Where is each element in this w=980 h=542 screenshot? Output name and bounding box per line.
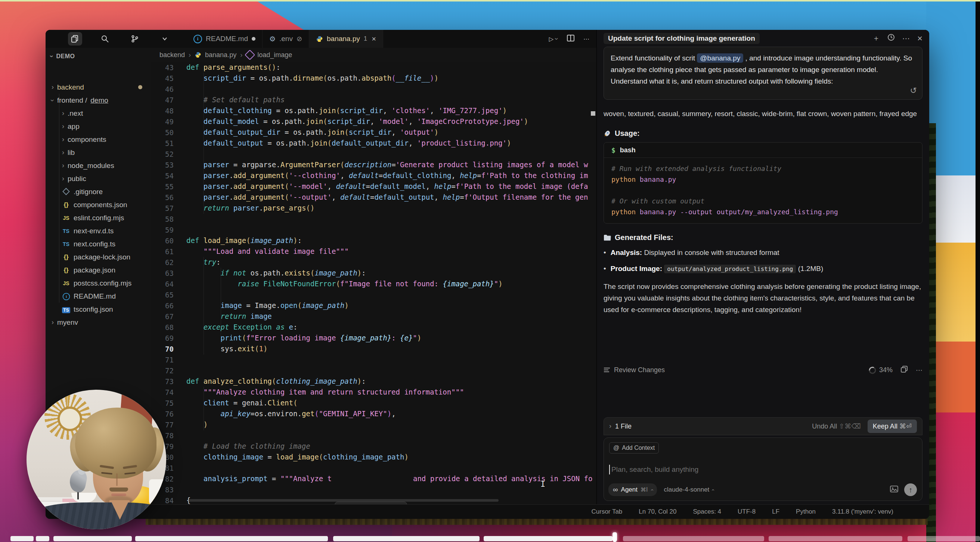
code-editor[interactable]: 43def parse_arguments():45 script_dir = … [151, 62, 597, 505]
status-item-python[interactable]: Python [796, 508, 816, 515]
chapter-segment[interactable] [333, 536, 480, 541]
sidebar-item-.gitignore[interactable]: .gitignore [46, 185, 168, 198]
agent-mode-selector[interactable]: ∞ Agent ⌘I › [608, 483, 657, 496]
code-line-79[interactable]: 79 # Load the clothing image [151, 441, 597, 452]
source-control-icon[interactable] [128, 32, 142, 46]
model-selector[interactable]: claude-4-sonnet › [663, 486, 713, 493]
code-line-54[interactable]: 54 parser.add_argument('--clothing', def… [151, 170, 597, 181]
playhead[interactable] [612, 532, 617, 542]
code-line-53[interactable]: 53 parser = argparse.ArgumentParser(desc… [151, 159, 597, 170]
code-line-66[interactable]: 66 image = Image.open(image_path) [151, 300, 597, 311]
file-mention-chip[interactable]: @banana.py [697, 53, 743, 63]
code-line-80[interactable]: 80 clothing_image = load_image(clothing_… [151, 452, 597, 463]
code-line-72[interactable]: 72 [151, 365, 597, 376]
code-line-43[interactable]: 43def parse_arguments(): [151, 62, 597, 73]
chapter-segment[interactable] [36, 536, 49, 541]
breadcrumb[interactable]: backend › banana.py › load_image [151, 48, 597, 62]
chapter-segment[interactable] [135, 536, 328, 541]
panel-close-icon[interactable]: × [917, 33, 923, 44]
chapter-segment[interactable] [10, 536, 33, 541]
code-line-63[interactable]: 63 if not os.path.exists(image_path): [151, 268, 597, 278]
sidebar-item-myenv[interactable]: ›myenv [46, 316, 157, 329]
breadcrumb-backend[interactable]: backend [159, 51, 185, 59]
panel-more-icon[interactable]: ⋯ [902, 34, 910, 43]
run-chevron-icon[interactable]: › [554, 38, 560, 40]
changed-files-bar[interactable]: › 1 File Undo All ⇧⌘⌫ Keep All ⌘⏎ [603, 417, 923, 435]
breadcrumb-symbol[interactable]: load_image [257, 51, 292, 59]
sidebar-item-.next[interactable]: ›.next [46, 107, 168, 120]
code-line-47[interactable]: 47 # Set default paths [151, 94, 597, 105]
sidebar-item-public[interactable]: ›public [46, 172, 168, 185]
chapter-segment-dim[interactable] [768, 536, 902, 541]
restore-checkpoint-icon[interactable]: ↺ [910, 85, 917, 96]
sidebar-item-backend[interactable]: ›backend [46, 81, 157, 94]
split-editor-icon[interactable] [567, 34, 574, 43]
sidebar-item-eslint.config.mjs[interactable]: JSeslint.config.mjs [46, 211, 168, 224]
code-line-69[interactable]: 69 print(f"Error loading image {image_pa… [151, 332, 597, 343]
search-icon[interactable] [98, 32, 112, 46]
sidebar-item-next.config.ts[interactable]: TSnext.config.ts [46, 237, 168, 251]
status-item-ln[interactable]: Ln 70, Col 20 [639, 508, 676, 515]
code-line-46[interactable]: 46 [151, 84, 597, 94]
new-chat-icon[interactable]: ＋ [872, 33, 880, 43]
code-line-58[interactable]: 58 [151, 213, 597, 224]
code-line-56[interactable]: 56 parser.add_argument('--output', defau… [151, 192, 597, 203]
code-line-70[interactable]: 70 sys.exit(1) [151, 343, 597, 354]
video-progress-bar[interactable] [0, 535, 980, 542]
code-line-49[interactable]: 49 default_model = os.path.join(script_d… [151, 116, 597, 127]
keep-all-button[interactable]: Keep All ⌘⏎ [868, 420, 917, 433]
more-actions-icon[interactable]: ⋯ [583, 35, 589, 43]
run-button[interactable]: ▷› [549, 35, 558, 43]
status-item-cursor[interactable]: Cursor Tab [591, 508, 622, 515]
sidebar-item-components[interactable]: ›components [46, 133, 168, 146]
user-message-card[interactable]: Extend functionality of scrit @banana.py… [603, 47, 923, 100]
code-line-62[interactable]: 62 try: [151, 257, 597, 268]
code-line-74[interactable]: 74 """Analyze clothing item and return s… [151, 387, 597, 397]
add-context-chip[interactable]: @ Add Context [609, 442, 659, 453]
undo-all-button[interactable]: Undo All ⇧⌘⌫ [812, 422, 861, 431]
code-line-60[interactable]: 60def load_image(image_path): [151, 235, 597, 246]
sidebar-item-components.json[interactable]: {}components.json [46, 198, 168, 211]
files-icon[interactable] [68, 32, 82, 46]
code-line-71[interactable]: 71 [151, 354, 597, 365]
code-line-59[interactable]: 59 [151, 224, 597, 235]
sidebar-item-next-env.d.ts[interactable]: TSnext-env.d.ts [46, 224, 168, 237]
code-line-57[interactable]: 57 return parser.parse_args() [151, 203, 597, 213]
code-line-55[interactable]: 55 parser.add_argument('--model', defaul… [151, 181, 597, 192]
status-item-utf8[interactable]: UTF-8 [738, 508, 756, 515]
code-line-73[interactable]: 73def analyze_clothing(clothing_image_pa… [151, 376, 597, 387]
chat-input[interactable]: Plan, search, build anything [609, 465, 698, 474]
copy-icon[interactable] [901, 366, 908, 374]
code-line-65[interactable]: 65 [151, 289, 597, 300]
code-line-61[interactable]: 61 """Load and validate image file""" [151, 246, 597, 257]
code-line-77[interactable]: 77 ) [151, 419, 597, 430]
sidebar-item-node_modules[interactable]: ›node_modules [46, 159, 168, 172]
sidebar-item-postcss.config.mjs[interactable]: JSpostcss.config.mjs [46, 277, 168, 290]
sidebar-item-app[interactable]: ›app [46, 120, 168, 133]
sidebar-item-tsconfig.json[interactable]: TStsconfig.json [46, 303, 168, 316]
chapter-segment-dim[interactable] [908, 536, 980, 541]
sidebar-item-README.md[interactable]: iREADME.md [46, 290, 168, 303]
file-path-chip[interactable]: output/analyzed_product_listing.png [664, 265, 796, 273]
send-button[interactable]: ↑ [904, 483, 917, 496]
code-line-81[interactable]: 81 [151, 463, 597, 473]
code-line-45[interactable]: 45 script_dir = os.path.dirname(os.path.… [151, 73, 597, 84]
tab-close-icon[interactable]: × [372, 35, 376, 43]
sidebar-item-package.json[interactable]: {}package.json [46, 264, 168, 277]
chapter-segment[interactable] [53, 536, 132, 541]
status-item-lf[interactable]: LF [772, 508, 780, 515]
code-line-75[interactable]: 75 client = genai.Client( [151, 397, 597, 408]
review-changes-label[interactable]: Review Changes [614, 366, 665, 374]
sidebar-item-frontend /demo[interactable]: ›frontend / demo [46, 94, 157, 107]
tab-.env[interactable]: ⚙.env⊘ [262, 30, 309, 48]
code-line-68[interactable]: 68 except Exception as e: [151, 322, 597, 332]
chat-title[interactable]: Update script for clothing image generat… [603, 33, 760, 44]
sidebar-item-lib[interactable]: ›lib [46, 146, 168, 159]
chat-composer[interactable]: @ Add Context Plan, search, build anythi… [603, 437, 923, 501]
tab-banana.py[interactable]: banana.py1× [309, 30, 383, 48]
chapter-segment-dim[interactable] [623, 536, 764, 541]
review-more-icon[interactable]: ⋯ [916, 366, 923, 374]
chevron-down-icon[interactable] [158, 32, 172, 46]
status-item-spaces[interactable]: Spaces: 4 [693, 508, 721, 515]
code-line-78[interactable]: 78 [151, 430, 597, 441]
